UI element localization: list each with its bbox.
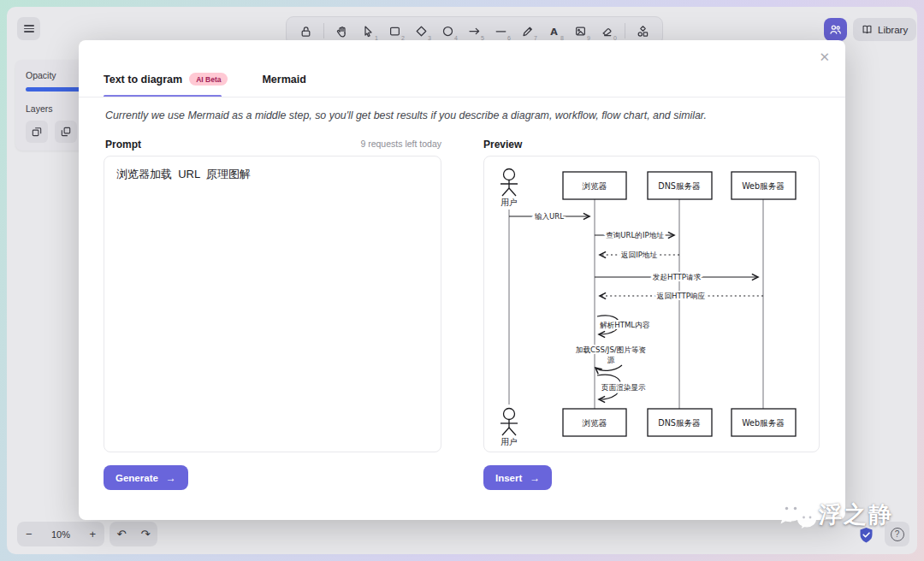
message-label: 查询URL的IP地址 (606, 231, 664, 239)
message-label: 页面渲染显示 (601, 383, 646, 392)
library-label: Library (878, 25, 908, 35)
arrow-tool-button[interactable]: 5 (463, 20, 486, 42)
text-icon: A (548, 25, 560, 38)
arrow-icon (468, 25, 481, 38)
tab-text-to-diagram[interactable]: Text to diagram AI Beta (104, 73, 228, 96)
actor-user-bottom (500, 409, 518, 436)
diagram-preview: 用户 浏览器 DNS服务器 Web服务器 输入URL 查询URL的IP地址 返回… (483, 156, 820, 452)
zoom-out-button[interactable]: − (26, 528, 33, 540)
diamond-icon (415, 25, 428, 38)
insert-button[interactable]: Insert → (483, 465, 552, 490)
message-label: 发起HTTP请求 (653, 273, 702, 281)
message-label: 输入URL (534, 212, 564, 221)
ellipse-icon (441, 25, 454, 38)
selection-cursor-icon (362, 25, 375, 38)
message-label: 返回IP地址 (621, 251, 657, 259)
participant-label: 浏览器 (582, 418, 607, 428)
ai-beta-badge: AI Beta (189, 73, 228, 86)
participant-label: DNS服务器 (658, 418, 701, 428)
image-icon (574, 25, 587, 38)
zoom-controls: − 10% + (17, 522, 104, 546)
shapes-icon (637, 25, 649, 38)
rectangle-tool-button[interactable]: 2 (383, 20, 406, 42)
people-icon (829, 23, 842, 36)
preview-label: Preview (483, 139, 522, 151)
prompt-label: Prompt (105, 139, 141, 151)
toolbar-divider (323, 23, 324, 38)
requests-quota: 9 requests left today (335, 139, 441, 149)
sequence-diagram: 用户 浏览器 DNS服务器 Web服务器 输入URL 查询URL的IP地址 返回… (489, 160, 814, 451)
diamond-tool-button[interactable]: 3 (410, 20, 433, 42)
selection-tool-button[interactable]: 1 (357, 20, 380, 42)
message-label: 返回HTTP响应 (657, 292, 706, 300)
message-label: 源 (607, 356, 615, 364)
eraser-icon (601, 25, 613, 38)
watermark-text: 浮之静 (819, 499, 893, 530)
actor-label: 用户 (500, 437, 517, 446)
redo-button[interactable]: ↷ (141, 528, 151, 540)
tab-label: Mermaid (262, 74, 305, 86)
book-icon (862, 24, 873, 35)
prompt-input[interactable]: 浏览器加载 URL 原理图解 (104, 156, 441, 452)
library-button[interactable]: Library (853, 18, 916, 41)
message-label: 加载CSS/JS/图片等资 (576, 345, 647, 354)
tab-mermaid[interactable]: Mermaid (262, 73, 305, 96)
eraser-tool-button[interactable]: 0 (595, 20, 619, 42)
zoom-in-button[interactable]: + (89, 528, 96, 540)
line-icon (495, 25, 507, 38)
svg-text:A: A (550, 26, 558, 37)
tab-label: Text to diagram (104, 74, 182, 86)
send-backward-icon (31, 126, 43, 138)
undo-button[interactable]: ↶ (117, 528, 127, 540)
hand-tool-button[interactable] (330, 20, 353, 42)
close-icon[interactable]: ✕ (819, 50, 830, 63)
lock-icon (299, 25, 312, 38)
pencil-icon (521, 25, 534, 38)
participant-label: Web服务器 (742, 181, 785, 191)
participant-label: 浏览器 (582, 181, 607, 191)
hand-icon (335, 25, 348, 38)
participant-label: DNS服务器 (658, 181, 701, 191)
dialog-description: Currently we use Mermaid as a middle ste… (105, 109, 707, 121)
bring-forward-button[interactable] (55, 121, 77, 143)
zoom-level[interactable]: 10% (51, 529, 70, 540)
tabs-divider (79, 97, 845, 97)
self-loop (595, 365, 622, 370)
actor-label: 用户 (500, 198, 517, 207)
generate-button[interactable]: Generate → (104, 465, 188, 490)
arrow-right-icon: → (166, 472, 176, 484)
watermark: 浮之静 (774, 496, 893, 534)
message-label: 解析HTML内容 (600, 321, 650, 329)
more-tools-button[interactable] (631, 20, 654, 42)
history-controls: ↶ ↷ (110, 522, 157, 546)
line-tool-button[interactable]: 6 (489, 20, 512, 42)
lock-tool-button[interactable] (294, 20, 317, 42)
image-tool-button[interactable]: 9 (569, 20, 592, 42)
main-menu-button[interactable] (17, 17, 40, 40)
dialog-tabs: Text to diagram AI Beta Mermaid (104, 73, 306, 96)
send-backward-button[interactable] (26, 121, 48, 143)
rectangle-icon (388, 25, 401, 38)
bring-forward-icon (60, 126, 72, 138)
draw-tool-button[interactable]: 7 (516, 20, 539, 42)
wechat-icon (774, 496, 819, 534)
arrow-right-icon: → (530, 472, 540, 484)
participant-label: Web服务器 (742, 418, 785, 428)
toolbar-divider (625, 23, 625, 38)
text-to-diagram-dialog: ✕ Text to diagram AI Beta Mermaid Curren… (79, 40, 845, 520)
actor-user-top (500, 169, 518, 197)
hamburger-icon (24, 23, 34, 34)
share-collaboration-button[interactable] (824, 18, 847, 41)
text-tool-button[interactable]: A 8 (542, 20, 566, 42)
ellipse-tool-button[interactable]: 4 (436, 20, 459, 42)
